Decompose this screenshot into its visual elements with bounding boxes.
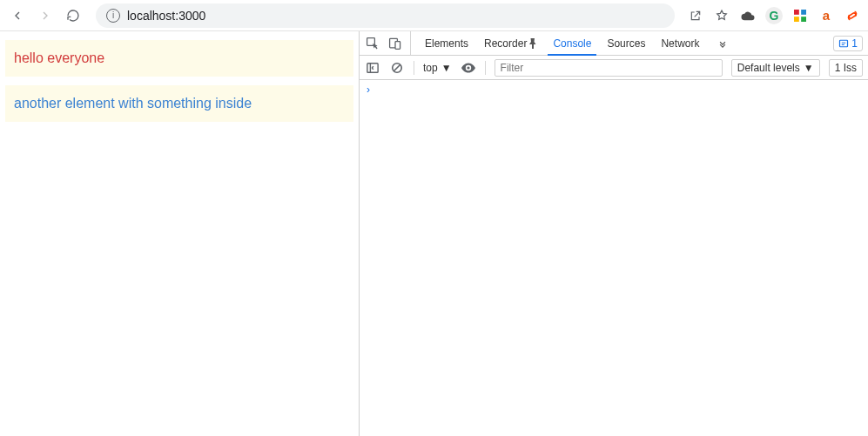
console-issues-label: 1 Iss	[835, 62, 857, 74]
live-expression-icon[interactable]	[461, 60, 476, 76]
tab-network[interactable]: Network	[659, 31, 701, 55]
bookmark-star-icon[interactable]	[713, 7, 730, 24]
issues-badge[interactable]: 1	[833, 36, 863, 51]
tab-elements[interactable]: Elements	[423, 31, 470, 55]
svg-point-11	[467, 66, 469, 69]
share-icon[interactable]	[687, 7, 704, 24]
execution-context-label: top	[423, 62, 438, 74]
console-sidebar-toggle-icon[interactable]	[365, 60, 380, 76]
clear-console-icon[interactable]	[389, 60, 405, 76]
svg-rect-0	[794, 10, 799, 15]
page-element-text: hello everyone	[14, 50, 104, 65]
log-level-selector[interactable]: Default levels ▼	[731, 59, 820, 77]
page-element: another element with something inside	[5, 85, 353, 122]
more-tabs-icon[interactable]	[713, 37, 732, 50]
browser-back-button[interactable]	[7, 5, 28, 26]
issues-badge-count: 1	[851, 37, 858, 50]
browser-reload-button[interactable]	[63, 5, 84, 26]
separator	[414, 61, 414, 75]
log-level-label: Default levels	[737, 62, 800, 74]
console-toolbar: top ▼ Default levels ▼ 1 Iss	[360, 56, 868, 80]
device-toggle-icon[interactable]	[387, 36, 403, 51]
extension-a-icon[interactable]: a	[818, 7, 835, 24]
svg-rect-7	[532, 44, 534, 49]
browser-forward-button[interactable]	[35, 5, 56, 26]
pin-icon	[528, 38, 537, 49]
element-picker-icon[interactable]	[365, 36, 380, 51]
extension-cloud-icon[interactable]	[739, 7, 757, 24]
svg-rect-8	[840, 40, 848, 47]
page-element: hello everyone	[5, 40, 353, 77]
tab-recorder-label: Recorder	[484, 37, 527, 50]
svg-rect-6	[395, 41, 400, 49]
extension-g-icon[interactable]: G	[765, 7, 783, 24]
chevron-down-icon: ▼	[804, 62, 814, 74]
console-prompt-icon: ›	[367, 84, 370, 96]
separator	[485, 61, 486, 75]
execution-context-selector[interactable]: top ▼	[423, 62, 452, 74]
devtools-left-controls	[365, 31, 411, 55]
console-output[interactable]: ›	[360, 80, 868, 436]
svg-rect-3	[801, 17, 806, 22]
chevron-down-icon: ▼	[441, 62, 452, 74]
svg-rect-1	[801, 10, 806, 15]
page-element-text: another element with something inside	[14, 96, 252, 111]
devtools-panel: Elements Recorder Console Sources Networ…	[359, 31, 868, 436]
devtools-tabstrip: Elements Recorder Console Sources Networ…	[360, 31, 868, 56]
console-issues-button[interactable]: 1 Iss	[829, 59, 863, 77]
tab-recorder[interactable]: Recorder	[482, 31, 539, 55]
browser-chrome: i localhost:3000 G a	[0, 0, 868, 31]
address-bar[interactable]: i localhost:3000	[96, 3, 675, 28]
extension-icons: G a	[687, 7, 861, 24]
site-info-icon[interactable]: i	[106, 9, 120, 23]
main-split: hello everyone another element with some…	[0, 31, 868, 436]
console-filter-input[interactable]	[495, 59, 723, 77]
extension-svelte-icon[interactable]	[844, 7, 861, 24]
url-text: localhost:3000	[127, 9, 205, 23]
page-viewport: hello everyone another element with some…	[0, 31, 359, 436]
tab-console[interactable]: Console	[551, 31, 593, 55]
extension-grid-icon[interactable]	[791, 7, 809, 24]
svg-rect-2	[794, 17, 799, 22]
tab-sources[interactable]: Sources	[605, 31, 647, 55]
